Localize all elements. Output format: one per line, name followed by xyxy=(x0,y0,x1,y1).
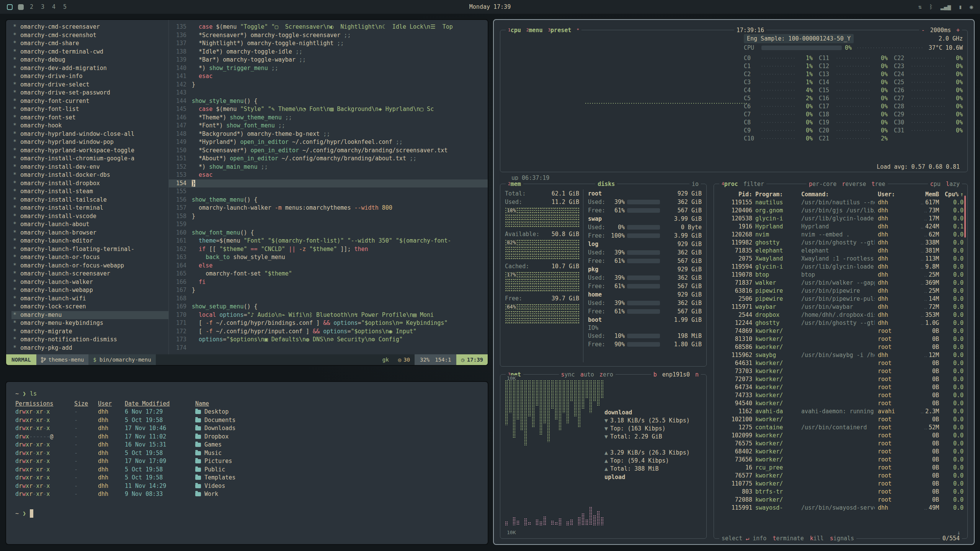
proc-header-memb[interactable]: MemB xyxy=(906,190,939,199)
code-line[interactable]: 146 *Theme*) show_theme_menu ;; xyxy=(169,114,488,122)
proc-action-erminate[interactable]: terminate xyxy=(773,535,804,542)
code-line[interactable]: 141 esac xyxy=(169,72,488,81)
proc-row[interactable]: 72073kworker/root0B0.0 xyxy=(719,375,964,383)
proc-mode-lazy[interactable]: lazy xyxy=(946,180,960,188)
file-item[interactable]: *omarchy-hyprland-window-close-all xyxy=(11,130,168,139)
proc-row[interactable]: 119594glycin-i/usr/lib/glycin-loadersdhh… xyxy=(719,263,964,271)
code-line[interactable]: 167} xyxy=(169,286,488,295)
file-item[interactable]: *omarchy-cmd-screensaver xyxy=(11,23,168,31)
code-line[interactable]: 157 omarchy-launch-walker -m menus:omarc… xyxy=(169,204,488,212)
proc-mode-cpu[interactable]: cpu xyxy=(930,180,941,188)
file-item[interactable]: *omarchy-install-dropbox xyxy=(11,179,168,188)
proc-action-ill[interactable]: kill xyxy=(810,535,824,542)
proc-option-tree[interactable]: tree xyxy=(872,180,885,188)
editor-window[interactable]: *omarchy-cmd-screensaver*omarchy-cmd-scr… xyxy=(5,19,488,366)
workspace-4[interactable]: 4 xyxy=(51,3,56,10)
file-explorer[interactable]: *omarchy-cmd-screensaver*omarchy-cmd-scr… xyxy=(6,20,169,354)
file-item[interactable]: *omarchy-launch-editor xyxy=(11,237,168,245)
proc-row[interactable]: 12244ghostty/usr/bin/ghostty --gtk-dhh‥1… xyxy=(719,319,964,327)
proc-row[interactable]: 120538glycin-i/usr/lib/glycin-loadersdhh… xyxy=(719,215,964,223)
code-line[interactable]: 165 omarchy-font-set "$theme" xyxy=(169,270,488,278)
code-line[interactable]: 169show_setup_menu() { xyxy=(169,303,488,311)
file-item[interactable]: *omarchy-install-terminal xyxy=(11,204,168,212)
code-line[interactable]: 155 xyxy=(169,187,488,196)
code-line[interactable]: 161 theme=$(menu "Font" "$(omarchy-font-… xyxy=(169,237,488,245)
code-line[interactable]: 138 *Idle*) omarchy-toggle-idle ;; xyxy=(169,48,488,56)
power-icon[interactable]: ◉ xyxy=(970,3,973,10)
file-item[interactable]: *omarchy-launch-wifi xyxy=(11,295,168,303)
file-item[interactable]: *omarchy-debug xyxy=(11,56,168,64)
code-line[interactable]: 154} xyxy=(169,179,488,188)
code-line[interactable]: 147 *Font*) show_font_menu ;; xyxy=(169,122,488,130)
file-item[interactable]: *omarchy-launch-floating-terminal- xyxy=(11,245,168,254)
code-line[interactable]: 158} xyxy=(169,212,488,221)
proc-header-program[interactable]: Program: xyxy=(755,190,798,199)
proc-row[interactable]: 73703kworker/root0B0.0 xyxy=(719,367,964,375)
workspace-1-active-icon[interactable] xyxy=(7,4,13,10)
file-item[interactable]: *omarchy-migrate xyxy=(11,328,168,336)
file-item[interactable]: *omarchy-launch-webapp xyxy=(11,286,168,295)
code-line[interactable]: 143 xyxy=(169,89,488,97)
file-item[interactable]: *omarchy-drive-select xyxy=(11,81,168,89)
proc-row[interactable]: 2506pipewire/usr/bin/pipewire-pulsedhh‥1… xyxy=(719,295,964,303)
code-line[interactable]: 160show_font_menu() { xyxy=(169,229,488,237)
code-line[interactable]: 170 local options="♪ Audio\n⌁ Wifi\nᛒ Bl… xyxy=(169,311,488,320)
proc-row[interactable]: 115962swaybg/usr/bin/swaybg -i /homdhh‥1… xyxy=(719,351,964,359)
file-item[interactable]: *omarchy-install-chromium-google-a xyxy=(11,155,168,163)
code-line[interactable]: 164 else xyxy=(169,262,488,270)
file-item[interactable]: *omarchy-cmd-share xyxy=(11,39,168,48)
proc-row[interactable]: 102100kworker/root0B0.0 xyxy=(719,416,964,424)
proc-row[interactable]: 803btrfs-trroot0B0.0 xyxy=(719,488,964,496)
code-line[interactable]: 171 [ -f ~/.config/hypr/bindings.conf ] … xyxy=(169,319,488,328)
disks-title[interactable]: disks xyxy=(598,180,615,188)
proc-row[interactable]: 64734kworker/root0B0.0 xyxy=(719,383,964,391)
code-line[interactable]: 135 case $(menu "Toggle" "▢ Screensaver\… xyxy=(169,23,488,31)
file-item[interactable]: *omarchy-menu xyxy=(11,311,168,320)
file-item[interactable]: *omarchy-launch-browser xyxy=(11,229,168,237)
proc-action-info[interactable]: select ↵ info xyxy=(722,535,766,542)
file-item[interactable]: *omarchy-launch-or-focus xyxy=(11,253,168,262)
terminal-window[interactable]: ~ ❯ ls PermissionsSizeUserDate ModifiedN… xyxy=(5,381,488,545)
file-item[interactable]: *omarchy-hyprland-window-pop xyxy=(11,138,168,147)
proc-column-headers[interactable]: Pid:Program:Command:User:MemBCpu%↑ xyxy=(719,190,964,199)
proc-row[interactable]: 74733kworker/root0B0.0 xyxy=(719,391,964,399)
network-icon[interactable]: ⇅ xyxy=(918,3,922,10)
proc-row[interactable]: 71835elephantelephantdhh‥381M0.0 xyxy=(719,247,964,255)
proc-row[interactable]: 74869kworker/root0B0.0 xyxy=(719,327,964,335)
proc-action-ignals[interactable]: signals xyxy=(830,535,854,542)
proc-row[interactable]: 68402kworker/root0B0.0 xyxy=(719,448,964,456)
workspace-app-icon[interactable] xyxy=(18,4,24,10)
file-item[interactable]: *omarchy-hyprland-workspace-toggle xyxy=(11,147,168,155)
file-item[interactable]: *omarchy-launch-or-focus-webapp xyxy=(11,262,168,270)
file-item[interactable]: *omarchy-launch-walker xyxy=(11,278,168,287)
battery-icon[interactable]: ▮ xyxy=(959,3,962,10)
proc-row[interactable]: 76577kworker/root0B0.0 xyxy=(719,472,964,480)
btop-tab-preset[interactable]: 3preset xyxy=(548,26,571,34)
code-line[interactable]: 145 case $(menu "Style" "✎ Theme\n◔ Font… xyxy=(169,105,488,114)
proc-row[interactable]: 71837walker/usr/bin/walker --gappldhh‥36… xyxy=(719,279,964,287)
proc-row[interactable]: 76575kworker/root0B0.0 xyxy=(719,440,964,448)
code-line[interactable]: 153 esac xyxy=(169,171,488,179)
file-item[interactable]: *omarchy-launch-about xyxy=(11,220,168,229)
code-line[interactable]: 139 *Bar*) omarchy-toggle-waybar ;; xyxy=(169,56,488,64)
workspace-5[interactable]: 5 xyxy=(62,3,67,10)
file-item[interactable]: *omarchy-drive-set-password xyxy=(11,89,168,97)
proc-header-command[interactable]: Command: xyxy=(801,190,875,199)
proc-row[interactable]: 110775kworker/root0B0.0 xyxy=(719,480,964,488)
code-line[interactable]: 136 *Screensaver*) omarchy-toggle-screen… xyxy=(169,31,488,40)
proc-row[interactable]: 119078btopbtopdhh‥25M0.0 xyxy=(719,271,964,279)
code-line[interactable]: 172 [ -f ~/.config/hypr/input.conf ] && … xyxy=(169,328,488,336)
proc-row[interactable]: 119155nautilus/usr/bin/nautilus --newdhh… xyxy=(719,199,964,207)
workspace-2[interactable]: 2 xyxy=(29,3,34,10)
proc-row[interactable]: 102099kworker/root0B0.0 xyxy=(719,432,964,440)
file-item[interactable]: *omarchy-menu-keybindings xyxy=(11,319,168,328)
proc-row[interactable]: 94540kworker/root0B0.0 xyxy=(719,399,964,408)
file-item[interactable]: *omarchy-drive-info xyxy=(11,72,168,81)
code-line[interactable]: 137 *Nightlight*) omarchy-toggle-nightli… xyxy=(169,39,488,48)
file-item[interactable]: *omarchy-cmd-terminal-cwd xyxy=(11,48,168,56)
code-line[interactable]: 144show_style_menu() { xyxy=(169,97,488,106)
code-line[interactable]: 174 xyxy=(169,344,488,352)
proc-row[interactable]: 119982ghostty/usr/bin/ghostty --gtk-dhh‥… xyxy=(719,239,964,247)
proc-scrollbar[interactable] xyxy=(964,196,966,238)
mem-title[interactable]: mem xyxy=(511,181,521,187)
